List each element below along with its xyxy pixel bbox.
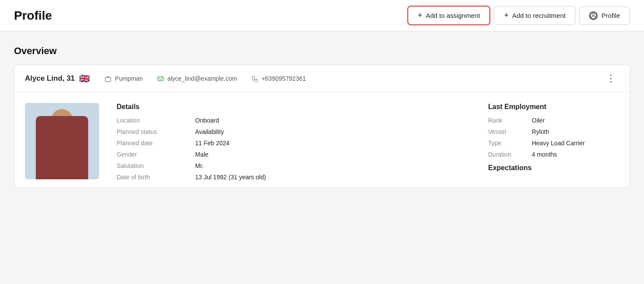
label-rank: Rank (488, 117, 532, 124)
employment-grid: Rank Oiler Vessel Ryloth Type Heavy Load… (488, 117, 619, 158)
last-employment-title: Last Employment (488, 103, 619, 111)
expectations-title: Expectations (488, 164, 619, 172)
person-role: Pumpman (104, 75, 143, 82)
value-duration: 4 months (532, 151, 619, 158)
profile-circle-icon (589, 11, 598, 20)
add-to-recruitment-button[interactable]: + Add to recruitment (494, 6, 575, 25)
person-name: Alyce Lind, 31 🇬🇧 (25, 74, 90, 83)
person-photo (25, 103, 99, 179)
person-header: Alyce Lind, 31 🇬🇧 Pumpman alyce_lind@exa… (14, 65, 630, 92)
label-location: Location (117, 117, 195, 124)
person-name-text: Alyce Lind, 31 (25, 74, 75, 83)
add-to-assignment-label: Add to assignment (426, 12, 480, 19)
value-location: Onboard (195, 117, 471, 124)
value-type: Heavy Load Carrier (532, 140, 619, 147)
phone-icon (251, 75, 258, 82)
email-icon (157, 75, 164, 82)
label-dob: Date of birth (117, 174, 195, 181)
overview-title: Overview (14, 45, 630, 57)
person-body: Details Location Onboard Planned status … (14, 92, 630, 188)
briefcase-icon (104, 75, 112, 82)
person-email: alyce_lind@example.com (157, 75, 237, 82)
details-grid: Location Onboard Planned status Availabi… (117, 117, 471, 181)
label-gender: Gender (117, 151, 195, 158)
label-planned-status: Planned status (117, 128, 195, 135)
profile-button[interactable]: Profile (579, 7, 630, 25)
plus-icon-2: + (504, 11, 509, 20)
label-salutation: Salutation (117, 162, 195, 169)
value-rank: Oiler (532, 117, 619, 124)
details-section: Details Location Onboard Planned status … (117, 103, 471, 181)
details-title: Details (117, 103, 471, 111)
person-phone-text: +639095792361 (262, 75, 306, 82)
label-vessel: Vessel (488, 128, 532, 135)
person-card: Alyce Lind, 31 🇬🇧 Pumpman alyce_lind@exa… (14, 65, 630, 188)
label-duration: Duration (488, 151, 532, 158)
content-area: Overview Alyce Lind, 31 🇬🇧 Pumpman al (0, 31, 644, 188)
more-options-button[interactable]: ⋮ (603, 71, 619, 86)
plus-icon: + (418, 11, 423, 20)
label-type: Type (488, 140, 532, 147)
person-phone: +639095792361 (251, 75, 306, 82)
value-salutation: Mr. (195, 162, 471, 169)
value-dob: 13 Jul 1992 (31 years old) (195, 174, 471, 181)
action-buttons: + Add to assignment + Add to recruitment… (407, 6, 630, 25)
profile-button-label: Profile (601, 12, 620, 19)
add-to-assignment-button[interactable]: + Add to assignment (407, 6, 491, 25)
label-planned-date: Planned date (117, 140, 195, 147)
svg-rect-2 (105, 78, 111, 82)
value-planned-status: Availability (195, 128, 471, 135)
last-employment-section: Last Employment Rank Oiler Vessel Ryloth… (488, 103, 619, 181)
value-planned-date: 11 Feb 2024 (195, 140, 471, 147)
svg-point-1 (592, 14, 595, 16)
person-role-text: Pumpman (115, 75, 143, 82)
top-bar: Profile + Add to assignment + Add to rec… (0, 0, 644, 31)
page-title: Profile (14, 9, 52, 23)
country-flag: 🇬🇧 (78, 74, 90, 83)
value-vessel: Ryloth (532, 128, 619, 135)
person-email-text: alyce_lind@example.com (167, 75, 237, 82)
value-gender: Male (195, 151, 471, 158)
svg-rect-3 (158, 77, 163, 81)
add-to-recruitment-label: Add to recruitment (512, 12, 566, 19)
person-body-shape (36, 116, 88, 179)
